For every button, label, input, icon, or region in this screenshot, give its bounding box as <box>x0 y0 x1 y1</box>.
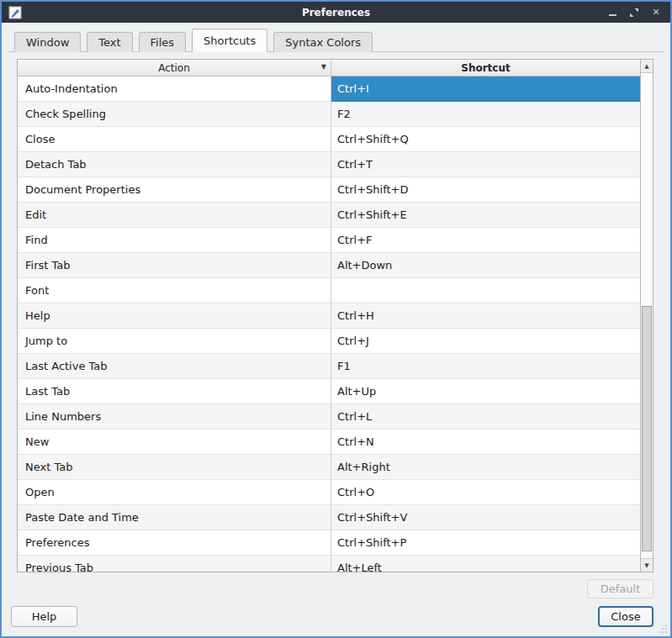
action-cell[interactable]: Auto-Indentation <box>18 76 331 101</box>
table-row: OpenCtrl+O <box>18 480 640 505</box>
action-cell[interactable]: Document Properties <box>18 177 331 202</box>
action-cell[interactable]: Preferences <box>18 530 331 555</box>
tab-bar: WindowTextFilesShortcutsSyntax Colors <box>14 23 378 52</box>
resize-grip[interactable] <box>657 623 669 635</box>
shortcut-cell[interactable]: Alt+Right <box>331 455 640 479</box>
action-cell[interactable]: Check Spelling <box>18 102 331 126</box>
shortcut-cell[interactable]: Ctrl+J <box>331 329 640 353</box>
shortcut-cell[interactable]: Ctrl+F <box>331 228 640 252</box>
help-button[interactable]: Help <box>11 606 77 627</box>
action-cell[interactable]: Edit <box>18 203 331 227</box>
tab-text[interactable]: Text <box>87 32 132 52</box>
shortcut-cell[interactable]: Ctrl+Shift+E <box>331 203 640 227</box>
action-cell[interactable]: New <box>18 430 331 454</box>
shortcut-cell[interactable]: Ctrl+I <box>331 76 640 102</box>
shortcut-cell[interactable]: Ctrl+L <box>331 404 640 429</box>
table-row: Last TabAlt+Up <box>18 379 640 404</box>
table-row: PreferencesCtrl+Shift+P <box>18 530 640 556</box>
minimize-button[interactable] <box>606 7 618 18</box>
close-button[interactable]: Close <box>598 606 653 627</box>
shortcut-cell[interactable]: Ctrl+Shift+P <box>331 530 640 555</box>
window-title: Preferences <box>2 7 670 18</box>
shortcut-cell[interactable]: F1 <box>331 354 640 378</box>
table-row: Check SpellingF2 <box>18 102 640 127</box>
action-cell[interactable]: Last Tab <box>18 379 331 403</box>
titlebar: Preferences ✕ <box>2 2 670 23</box>
action-cell[interactable]: Previous Tab <box>18 556 331 572</box>
action-cell[interactable]: First Tab <box>18 253 331 277</box>
scroll-up-button[interactable]: ▲ <box>641 60 653 73</box>
close-icon: ✕ <box>652 7 659 18</box>
table-row: Last Active TabF1 <box>18 354 640 379</box>
table-row: First TabAlt+Down <box>18 253 640 278</box>
vertical-scrollbar[interactable]: ▲ ▼ <box>640 60 653 572</box>
action-header-label: Action <box>158 62 190 74</box>
default-button[interactable]: Default <box>587 579 653 598</box>
action-cell[interactable]: Font <box>18 278 331 303</box>
action-cell[interactable]: Line Numbers <box>18 404 331 429</box>
shortcut-cell[interactable]: Alt+Up <box>331 379 640 403</box>
shortcut-cell[interactable]: Alt+Left <box>331 556 640 572</box>
shortcut-cell[interactable]: Ctrl+Shift+Q <box>331 127 640 151</box>
table-row: Auto-IndentationCtrl+I <box>18 76 640 102</box>
scrollbar-thumb[interactable] <box>642 306 652 551</box>
sort-descending-icon: ▼ <box>321 63 326 71</box>
action-cell[interactable]: Close <box>18 127 331 151</box>
table-row: HelpCtrl+H <box>18 303 640 329</box>
tab-syntax-colors[interactable]: Syntax Colors <box>273 32 373 52</box>
shortcut-cell[interactable]: Ctrl+T <box>331 152 640 177</box>
scroll-down-icon: ▼ <box>644 562 648 569</box>
action-cell[interactable]: Next Tab <box>18 455 331 479</box>
table-row: Document PropertiesCtrl+Shift+D <box>18 177 640 203</box>
table-header: Action ▼ Shortcut <box>18 60 640 76</box>
table-row: Detach TabCtrl+T <box>18 152 640 177</box>
tab-files[interactable]: Files <box>139 32 187 52</box>
action-cell[interactable]: Detach Tab <box>18 152 331 177</box>
shortcut-header-label: Shortcut <box>461 62 510 74</box>
action-cell[interactable]: Jump to <box>18 329 331 353</box>
minimize-icon <box>609 14 616 16</box>
action-cell[interactable]: Paste Date and Time <box>18 505 331 530</box>
restore-button[interactable] <box>628 7 640 18</box>
shortcut-cell[interactable]: Ctrl+O <box>331 480 640 504</box>
close-window-button[interactable]: ✕ <box>650 7 662 18</box>
column-header-action[interactable]: Action ▼ <box>18 60 331 76</box>
action-cell[interactable]: Help <box>18 303 331 328</box>
table-row: CloseCtrl+Shift+Q <box>18 127 640 152</box>
table-row: NewCtrl+N <box>18 430 640 455</box>
shortcut-cell[interactable]: F2 <box>331 102 640 126</box>
shortcut-cell[interactable] <box>331 278 640 303</box>
table-row: Next TabAlt+Right <box>18 455 640 480</box>
table-row: Jump toCtrl+J <box>18 329 640 354</box>
table-row: FindCtrl+F <box>18 228 640 253</box>
table-row: Previous TabAlt+Left <box>18 556 640 572</box>
dialog-body: WindowTextFilesShortcutsSyntax Colors Ac… <box>2 23 670 636</box>
shortcut-cell[interactable]: Alt+Down <box>331 253 640 277</box>
scroll-up-icon: ▲ <box>644 63 648 70</box>
shortcuts-table: Action ▼ Shortcut Auto-IndentationCtrl+I… <box>17 59 653 572</box>
table-row: Paste Date and TimeCtrl+Shift+V <box>18 505 640 530</box>
shortcut-cell[interactable]: Ctrl+Shift+V <box>331 505 640 530</box>
tab-window[interactable]: Window <box>14 32 81 52</box>
table-row: Line NumbersCtrl+L <box>18 404 640 430</box>
table-row: Font <box>18 278 640 303</box>
column-header-shortcut[interactable]: Shortcut <box>331 60 640 76</box>
action-cell[interactable]: Find <box>18 228 331 252</box>
table-row: EditCtrl+Shift+E <box>18 203 640 228</box>
tab-shortcuts[interactable]: Shortcuts <box>192 29 267 52</box>
action-cell[interactable]: Open <box>18 480 331 504</box>
restore-icon <box>629 8 639 18</box>
shortcut-cell[interactable]: Ctrl+N <box>331 430 640 454</box>
shortcut-cell[interactable]: Ctrl+Shift+D <box>331 177 640 202</box>
shortcut-cell[interactable]: Ctrl+H <box>331 303 640 328</box>
scroll-down-button[interactable]: ▼ <box>641 558 653 572</box>
window-controls: ✕ <box>606 7 670 18</box>
preferences-window: Preferences ✕ WindowTextFilesShortcutsSy… <box>0 0 672 638</box>
action-cell[interactable]: Last Active Tab <box>18 354 331 378</box>
mousepad-app-icon <box>8 6 22 19</box>
table-rows: Auto-IndentationCtrl+ICheck SpellingF2Cl… <box>18 76 640 572</box>
